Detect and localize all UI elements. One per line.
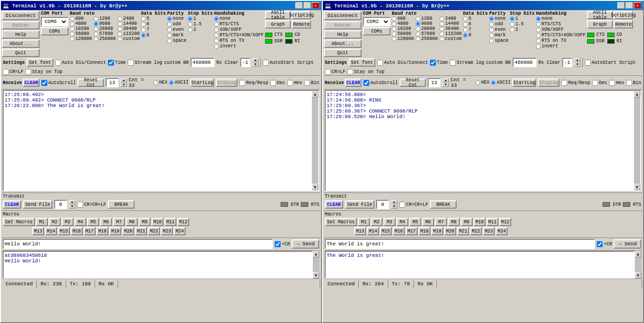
log-scroll-up[interactable]: ▲ bbox=[313, 251, 319, 257]
help-btn[interactable]: Help bbox=[324, 30, 362, 39]
cnt-down[interactable]: ▼ bbox=[442, 83, 449, 87]
rx-clear-up[interactable]: ▲ bbox=[252, 58, 259, 62]
baud-radio[interactable]: 4800 bbox=[392, 21, 414, 26]
macro-btn[interactable]: M6 bbox=[422, 218, 434, 226]
macro-btn[interactable]: M3 bbox=[384, 218, 395, 226]
autoscript-check[interactable] bbox=[263, 60, 269, 66]
rx-clear-up[interactable]: ▲ bbox=[574, 58, 581, 62]
bin-check[interactable] bbox=[304, 80, 310, 86]
transmit-num-input[interactable] bbox=[54, 200, 67, 209]
help-btn[interactable]: Help bbox=[2, 30, 40, 39]
baud-radio[interactable]: 4800 bbox=[70, 21, 92, 26]
rx-clear-input[interactable] bbox=[240, 58, 250, 67]
maximize-btn-1[interactable]: □ bbox=[304, 2, 311, 9]
hex-check[interactable] bbox=[287, 80, 293, 86]
baud-radio[interactable]: 600 bbox=[392, 16, 414, 21]
macro-btn[interactable]: M2 bbox=[371, 218, 383, 226]
scroll-up[interactable]: ▲ bbox=[312, 91, 318, 97]
baud-radio[interactable]: 56000 bbox=[70, 31, 92, 36]
bin-check[interactable] bbox=[626, 80, 632, 86]
baud-radio[interactable]: 600 bbox=[70, 16, 92, 21]
macro-btn[interactable]: M2 bbox=[49, 218, 61, 226]
macro-btn[interactable]: M12 bbox=[177, 218, 189, 226]
send-btn[interactable]: → Send bbox=[292, 239, 319, 249]
rescan-btn[interactable]: ReScan bbox=[324, 21, 362, 29]
rx-clear-down[interactable]: ▼ bbox=[574, 62, 581, 67]
minimize-btn-1[interactable]: _ bbox=[295, 2, 303, 9]
scroll-down[interactable]: ▼ bbox=[634, 184, 640, 190]
transmit-num-down[interactable]: ▼ bbox=[391, 204, 397, 209]
quit-btn[interactable]: Quit bbox=[324, 49, 362, 57]
baud-radio[interactable]: 115200 bbox=[440, 31, 462, 36]
macro-btn[interactable]: M15 bbox=[380, 227, 392, 235]
set-macros-btn[interactable]: Set Macros bbox=[325, 218, 357, 226]
macro-btn[interactable]: M23 bbox=[161, 227, 173, 235]
baud-radio[interactable]: 2400 bbox=[440, 16, 462, 21]
macro-btn[interactable]: M12 bbox=[499, 218, 511, 226]
macro-btn[interactable]: M24 bbox=[496, 227, 508, 235]
macro-btn[interactable]: M18 bbox=[96, 227, 108, 235]
transmit-num-input[interactable] bbox=[376, 200, 389, 209]
transmit-clear-btn[interactable]: CLEAR bbox=[3, 200, 21, 209]
macro-btn[interactable]: M4 bbox=[74, 218, 86, 226]
transmit-num-down[interactable]: ▼ bbox=[69, 204, 75, 209]
cr-check[interactable] bbox=[275, 241, 281, 247]
macro-btn[interactable]: M17 bbox=[84, 227, 96, 235]
send-input[interactable] bbox=[325, 239, 595, 249]
send-input[interactable] bbox=[3, 239, 273, 249]
macro-btn[interactable]: M13 bbox=[32, 227, 44, 235]
baud-radio[interactable]: 38400 bbox=[118, 26, 140, 31]
disconnect-btn[interactable]: Disconnect bbox=[2, 11, 40, 20]
about-btn[interactable]: About... bbox=[324, 40, 362, 48]
coms-btn[interactable]: COMs bbox=[363, 27, 390, 35]
baud-radio[interactable]: 19200 bbox=[392, 26, 414, 31]
stream-log-check[interactable] bbox=[450, 60, 456, 66]
auto-dis-check[interactable] bbox=[377, 60, 383, 66]
macro-btn[interactable]: M1 bbox=[358, 218, 370, 226]
baud-radio[interactable]: 56000 bbox=[392, 31, 414, 36]
staytop-check[interactable] bbox=[347, 69, 353, 75]
macro-btn[interactable]: M4 bbox=[396, 218, 408, 226]
cr-cr-lf-check[interactable] bbox=[77, 202, 83, 208]
scripting-btn[interactable]: Scripting bbox=[614, 11, 633, 19]
set-font-btn[interactable]: Set font bbox=[349, 58, 375, 67]
baud-radio[interactable]: 115200 bbox=[118, 31, 140, 36]
macro-btn[interactable]: M22 bbox=[148, 227, 160, 235]
macro-btn[interactable]: M9 bbox=[461, 218, 473, 226]
send-btn[interactable]: → Send bbox=[614, 239, 641, 249]
macro-btn[interactable]: M7 bbox=[113, 218, 125, 226]
baud-radio[interactable]: 9600 bbox=[94, 21, 116, 26]
autoscroll-check[interactable] bbox=[41, 80, 47, 86]
remote-btn[interactable]: Remote bbox=[292, 20, 311, 28]
com-port-select[interactable]: COM1COM2COM3COM4COM5COM6 bbox=[41, 17, 68, 26]
rx-clear-input[interactable] bbox=[562, 58, 572, 67]
rescan-btn[interactable]: ReScan bbox=[2, 21, 40, 29]
custom-br-input[interactable] bbox=[191, 58, 215, 67]
macro-btn[interactable]: M20 bbox=[444, 227, 456, 235]
reqresp-check[interactable] bbox=[239, 80, 245, 86]
quit-btn[interactable]: Quit bbox=[2, 49, 40, 57]
macro-btn[interactable]: M18 bbox=[418, 227, 430, 235]
macro-btn[interactable]: M5 bbox=[87, 218, 99, 226]
baud-radio[interactable]: 2400 bbox=[118, 16, 140, 21]
macro-btn[interactable]: M3 bbox=[62, 218, 73, 226]
macro-btn[interactable]: M7 bbox=[435, 218, 447, 226]
ascii-table-btn[interactable]: ASCII table bbox=[587, 11, 613, 19]
close-btn-1[interactable]: ✕ bbox=[312, 2, 319, 9]
set-macros-btn[interactable]: Set Macros bbox=[3, 218, 35, 226]
startlog-btn[interactable]: StartLog bbox=[190, 79, 214, 87]
break-btn[interactable]: BREAK bbox=[108, 200, 135, 209]
baud-radio[interactable]: 128000 bbox=[392, 36, 414, 41]
scroll-down[interactable]: ▼ bbox=[312, 184, 318, 190]
graph-btn[interactable]: Graph bbox=[265, 20, 291, 28]
cr-cr-lf-check[interactable] bbox=[399, 202, 405, 208]
custom-br-input[interactable] bbox=[513, 58, 537, 67]
reset-cnt-btn[interactable]: Reset Cnt bbox=[78, 79, 104, 87]
rx-clear-down[interactable]: ▼ bbox=[252, 62, 259, 67]
macro-btn[interactable]: M23 bbox=[483, 227, 495, 235]
macro-btn[interactable]: M21 bbox=[135, 227, 147, 235]
cr-check[interactable] bbox=[597, 241, 603, 247]
close-btn-2[interactable]: ✕ bbox=[634, 2, 641, 9]
crlf-check[interactable] bbox=[325, 69, 331, 75]
baud-radio[interactable]: 38400 bbox=[440, 26, 462, 31]
